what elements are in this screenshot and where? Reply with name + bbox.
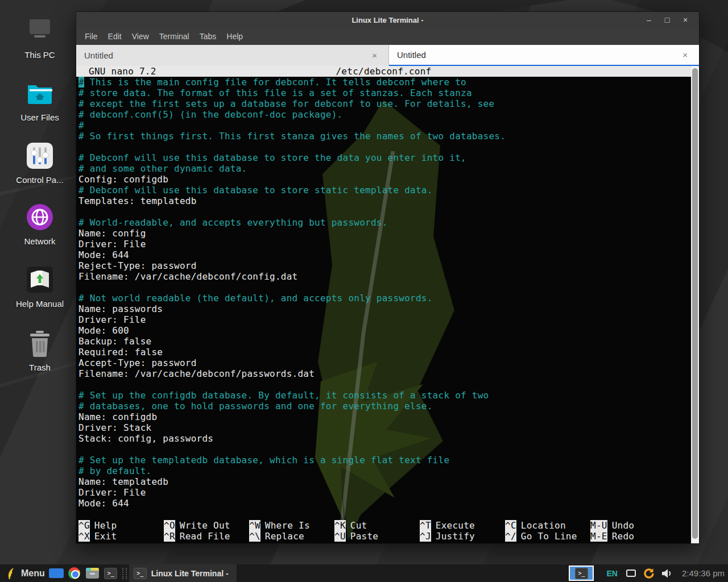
panel-grip[interactable]	[122, 568, 127, 579]
shortcut-label: Write Out	[180, 520, 230, 531]
start-menu-button[interactable]: Menu	[3, 566, 47, 581]
nano-line: # World-readable, and accepts everything…	[76, 217, 691, 228]
shortcut-key: ^U	[334, 531, 346, 542]
nano-line: # databases, one to hold passwords and o…	[76, 401, 691, 411]
shortcut-label: Execute	[436, 520, 475, 531]
language-indicator[interactable]: EN	[606, 569, 617, 578]
shortcut-label: Paste	[350, 531, 378, 542]
desktop-icon-trash[interactable]: Trash	[5, 329, 75, 372]
tab-close-icon[interactable]: ×	[679, 49, 691, 61]
shortcut-key: ^W	[249, 520, 260, 531]
nano-line: Mode: 644	[76, 498, 691, 509]
nano-line	[76, 142, 691, 152]
tray-terminal-icon[interactable]: >_	[569, 566, 594, 581]
nano-line: Filename: /var/cache/debconf/config.dat	[76, 271, 691, 282]
nano-line: Name: passwords	[76, 304, 691, 314]
nano-line: Reject-Type: password	[76, 260, 691, 271]
nano-line: Name: templatedb	[76, 476, 691, 487]
desktop-icon-control-panel[interactable]: Control Pa...	[5, 141, 75, 185]
terminal[interactable]: GNU nano 7.2 /etc/debconf.conf # This is…	[76, 66, 699, 543]
shortcut-read-file: ^RRead File	[164, 531, 249, 542]
shortcut-key: ^J	[420, 531, 431, 542]
nano-line: # Set up the templatedb database, which …	[76, 455, 691, 465]
shortcut-location: ^CLocation	[505, 520, 590, 531]
workspace-switcher[interactable]	[49, 567, 64, 580]
nano-line: # Not world readable (the default), and …	[76, 293, 691, 304]
tab-untitled-1[interactable]: Untitled ×	[76, 45, 389, 66]
globe-icon	[25, 202, 55, 232]
tab-untitled-2[interactable]: Untitled ×	[389, 45, 699, 66]
shortcut-label: Justify	[436, 531, 475, 542]
task-button-terminal[interactable]: >_ Linux Lite Terminal -	[129, 564, 237, 582]
menu-item-terminal[interactable]: Terminal	[154, 30, 195, 43]
terminal-icon: >_	[134, 568, 147, 579]
nano-line: Driver: File	[76, 239, 691, 250]
shortcut-key: ^\	[249, 531, 260, 542]
menu-item-tabs[interactable]: Tabs	[195, 30, 222, 43]
menu-label: Menu	[21, 568, 45, 579]
shortcut-help: ^GHelp	[78, 520, 164, 531]
text-cursor: #	[78, 77, 84, 88]
tab-close-icon[interactable]: ×	[369, 49, 380, 61]
desktop-icon-user-files[interactable]: User Files	[5, 78, 75, 122]
shortcut-undo: M-UUndo	[590, 520, 676, 531]
nano-line	[76, 379, 691, 390]
menu-item-edit[interactable]: Edit	[103, 30, 127, 43]
close-button[interactable]: ×	[679, 14, 692, 26]
shortcut-execute: ^TExecute	[420, 520, 505, 531]
shortcut-key: ^/	[505, 531, 516, 542]
desktop-icon-help-manual[interactable]: Help Manual	[5, 265, 75, 309]
shortcut-key: ^G	[78, 520, 90, 531]
terminal-launcher[interactable]: >_	[104, 567, 118, 580]
update-notifier[interactable]	[642, 567, 656, 580]
desktop-icon-label: User Files	[5, 113, 75, 122]
chrome-launcher[interactable]	[67, 567, 82, 580]
nano-buffer: # This is the main config file for debco…	[76, 77, 691, 509]
task-button-label: Linux Lite Terminal -	[151, 569, 229, 578]
shortcut-justify: ^JJustify	[420, 531, 505, 542]
minimize-button[interactable]: –	[642, 14, 656, 26]
tab-label: Untitled	[84, 51, 113, 60]
nano-line: # So first things first. This first stan…	[76, 131, 691, 142]
manual-book-icon	[25, 265, 55, 294]
shortcut-label: Help	[94, 520, 117, 531]
menu-item-help[interactable]: Help	[221, 30, 248, 43]
desktop-icon-this-pc[interactable]: This PC	[5, 16, 75, 60]
shortcut-where-is: ^WWhere Is	[249, 520, 334, 531]
scrollbar[interactable]	[691, 66, 699, 543]
clock[interactable]: 2:49:36 pm	[682, 568, 725, 578]
tray-clipboard-icon[interactable]	[626, 569, 636, 577]
shortcut-label: Undo	[612, 520, 635, 531]
terminal-icon: >_	[104, 568, 117, 579]
titlebar[interactable]: Linux Lite Terminal - – □ ×	[76, 12, 699, 28]
shortcut-paste: ^UPaste	[334, 531, 420, 542]
nano-line: Stack: config, passwords	[76, 433, 691, 444]
shortcut-key: ^C	[505, 520, 516, 531]
nano-line: Config: configdb	[76, 174, 691, 185]
shortcut-key: ^R	[164, 531, 175, 542]
scrollbar-thumb[interactable]	[692, 68, 698, 539]
menubar: FileEditViewTerminalTabsHelp	[76, 28, 699, 45]
shortcut-exit: ^XExit	[78, 531, 164, 542]
nano-line: # Set up the configdb database. By defau…	[76, 390, 691, 401]
menu-item-view[interactable]: View	[127, 30, 154, 43]
shortcut-key: ^O	[164, 520, 175, 531]
shortcut-replace: ^\Replace	[249, 531, 334, 542]
nano-line	[76, 206, 691, 217]
terminal-icon: >_	[575, 568, 588, 579]
terminal-window: Linux Lite Terminal - – □ × FileEditView…	[76, 11, 700, 544]
menu-item-file[interactable]: File	[80, 30, 103, 43]
nano-line: Accept-Type: password	[76, 357, 691, 368]
nano-line: # by default.	[76, 465, 691, 476]
nano-line: # store data. The format of this file is…	[76, 88, 691, 98]
shortcut-label: Location	[521, 520, 566, 531]
desktop-icon-network[interactable]: Network	[5, 202, 75, 246]
file-manager-launcher[interactable]	[85, 567, 100, 580]
nano-header: GNU nano 7.2 /etc/debconf.conf	[76, 66, 691, 77]
volume-control[interactable]	[660, 567, 675, 580]
nano-line: # Debconf will use this database to stor…	[76, 185, 691, 196]
nano-line: Templates: templatedb	[76, 196, 691, 206]
sliders-icon	[25, 141, 55, 171]
maximize-button[interactable]: □	[660, 14, 674, 26]
desktop-icon-label: Control Pa...	[5, 175, 75, 185]
